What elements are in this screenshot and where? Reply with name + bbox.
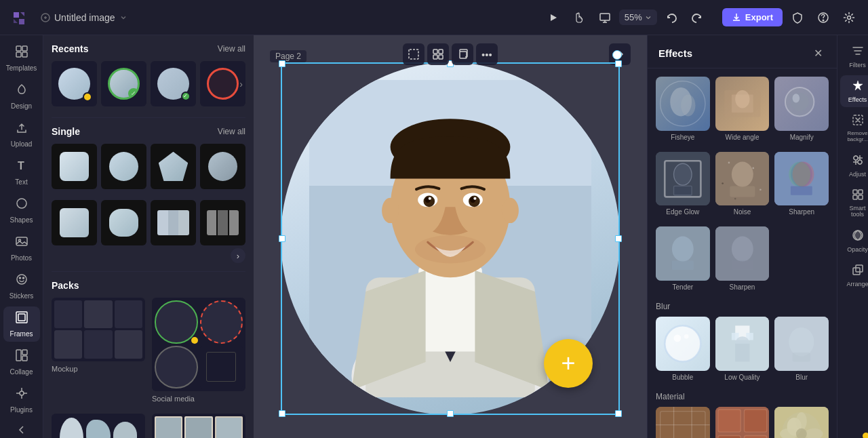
handle-bottom-mid[interactable] xyxy=(447,410,454,417)
sidebar-label-upload: Upload xyxy=(11,140,33,148)
pack-mockup[interactable]: Mockup xyxy=(52,298,145,403)
effect-glass2[interactable]: Glass II xyxy=(715,407,770,438)
handle-top-left[interactable] xyxy=(279,60,285,67)
sidebar-item-shapes[interactable]: Shapes xyxy=(3,193,40,228)
sidebar-collapse-button[interactable] xyxy=(3,420,40,438)
hand-tool-button[interactable] xyxy=(568,6,591,29)
add-button[interactable]: + xyxy=(544,339,593,388)
single-view-all[interactable]: View all xyxy=(218,127,245,136)
handle-mid-left[interactable] xyxy=(279,235,285,242)
effect-fisheye[interactable]: Fisheye xyxy=(656,77,710,141)
handle-bottom-left[interactable] xyxy=(279,410,285,417)
redo-button[interactable] xyxy=(686,6,709,29)
effect-magnify[interactable]: Magnify xyxy=(774,77,829,141)
app-logo[interactable] xyxy=(8,7,30,28)
effect-glass1[interactable]: Glass I xyxy=(656,407,710,438)
svg-rect-64 xyxy=(674,186,692,195)
svg-rect-11 xyxy=(16,237,27,245)
sidebar-item-upload[interactable]: Upload xyxy=(3,117,40,152)
single-grid-1 xyxy=(52,144,245,189)
frame-thumb-2[interactable]: ✓ xyxy=(101,61,146,106)
svg-rect-119 xyxy=(859,190,863,194)
svg-rect-83 xyxy=(732,261,753,270)
effect-sharpen[interactable]: Sharpen xyxy=(774,152,829,216)
effect-blur[interactable]: Blur xyxy=(774,317,829,381)
sidebar-label-stickers: Stickers xyxy=(9,292,34,300)
undo-button[interactable] xyxy=(660,6,683,29)
shield-button[interactable] xyxy=(787,7,808,28)
effect-bubble[interactable]: Bubble xyxy=(656,317,710,381)
export-button[interactable]: Export xyxy=(722,8,783,26)
rotate-handle[interactable] xyxy=(612,50,622,60)
right-tool-opacity[interactable]: Opacity xyxy=(840,225,869,257)
adjust-icon xyxy=(852,154,864,169)
zoom-control[interactable]: 55% xyxy=(619,9,657,25)
glass1-thumb xyxy=(656,407,710,438)
effect-tender[interactable]: Tender xyxy=(656,226,710,291)
handle-mid-right[interactable] xyxy=(615,235,622,242)
group-tool-button[interactable] xyxy=(427,43,449,65)
sidebar-item-plugins[interactable]: Plugins xyxy=(3,382,40,418)
svg-rect-24 xyxy=(439,49,443,54)
single-next-arrow[interactable]: › xyxy=(231,248,245,263)
pack-social-media[interactable]: Social media xyxy=(152,298,245,403)
more-options-button[interactable]: ••• xyxy=(476,43,498,65)
document-title-area[interactable]: Untitled image xyxy=(41,12,127,23)
single-thumb-2[interactable] xyxy=(101,144,146,189)
sidebar-label-frames: Frames xyxy=(10,330,33,338)
single-thumb-5[interactable] xyxy=(52,200,97,245)
sidebar-item-stickers[interactable]: Stickers xyxy=(3,268,40,304)
canvas-frame[interactable]: + xyxy=(281,62,620,415)
single-title: Single xyxy=(52,126,80,137)
main-layout: Templates Design Upload T xyxy=(0,35,868,438)
effects-close-button[interactable]: ✕ xyxy=(810,45,826,61)
single-thumb-3[interactable] xyxy=(151,144,196,189)
svg-rect-23 xyxy=(433,49,437,54)
single-thumb-1[interactable] xyxy=(52,144,97,189)
effects-grid-2: Edge Glow xyxy=(656,152,829,216)
sidebar-item-photos[interactable]: Photos xyxy=(3,231,40,266)
right-tool-filters[interactable]: Filters xyxy=(840,41,869,73)
single-thumb-8[interactable] xyxy=(200,200,245,245)
help-button[interactable] xyxy=(812,7,834,28)
handle-top-right[interactable] xyxy=(615,60,622,67)
pack-mockup-thumb-4 xyxy=(54,330,82,358)
sidebar-item-templates[interactable]: Templates xyxy=(3,41,40,76)
pack-irregular[interactable]: Irregular shape xyxy=(52,414,145,438)
sidebar-item-text[interactable]: T Text xyxy=(3,155,40,190)
single-thumb-6[interactable] xyxy=(101,200,146,245)
pack-polaroids[interactable]: Polaroids and photo frames xyxy=(152,414,245,438)
effect-edge-glow[interactable]: Edge Glow xyxy=(656,152,710,216)
effect-low-quality[interactable]: Low Quality xyxy=(715,317,770,381)
sidebar-item-design[interactable]: Design xyxy=(3,79,40,114)
frame-thumb-4[interactable]: › xyxy=(200,61,245,106)
copy-tool-button[interactable] xyxy=(452,43,473,65)
select-tool-button[interactable] xyxy=(403,43,425,65)
single-thumb-4[interactable] xyxy=(200,144,245,189)
right-tool-adjust[interactable]: Adjust xyxy=(840,150,869,182)
handle-bottom-right[interactable] xyxy=(615,410,622,417)
effect-wide-angle[interactable]: Wide angle xyxy=(715,77,770,141)
svg-point-14 xyxy=(19,277,20,279)
right-tool-smart[interactable]: Smarttools xyxy=(840,184,869,223)
effect-plastic[interactable]: Plastic xyxy=(774,407,829,438)
smart-tools-icon xyxy=(852,188,864,203)
svg-point-4 xyxy=(848,16,851,19)
frame-thumb-1[interactable] xyxy=(52,61,97,106)
canvas-area: Page 2 ••• xyxy=(254,35,647,438)
effect-noise[interactable]: Noise xyxy=(715,152,770,216)
svg-point-71 xyxy=(760,188,762,191)
frame-thumb-3[interactable]: ✓ xyxy=(151,61,196,106)
single-thumb-7[interactable] xyxy=(151,200,196,245)
sidebar-item-collage[interactable]: Collage xyxy=(3,344,40,380)
recents-view-all[interactable]: View all xyxy=(218,44,245,54)
present-button[interactable] xyxy=(542,6,565,29)
right-tool-arrange[interactable]: Arrange xyxy=(840,260,869,292)
sidebar-item-frames[interactable]: Frames xyxy=(3,306,40,342)
sidebar-label-plugins: Plugins xyxy=(10,406,33,414)
settings-button[interactable] xyxy=(838,7,860,28)
right-tool-effects[interactable]: Effects xyxy=(840,75,869,107)
display-button[interactable] xyxy=(593,6,616,29)
right-tool-remove-bg[interactable]: Removebackgr... xyxy=(840,110,869,147)
effect-sharpen2[interactable]: Sharpen xyxy=(715,226,770,291)
